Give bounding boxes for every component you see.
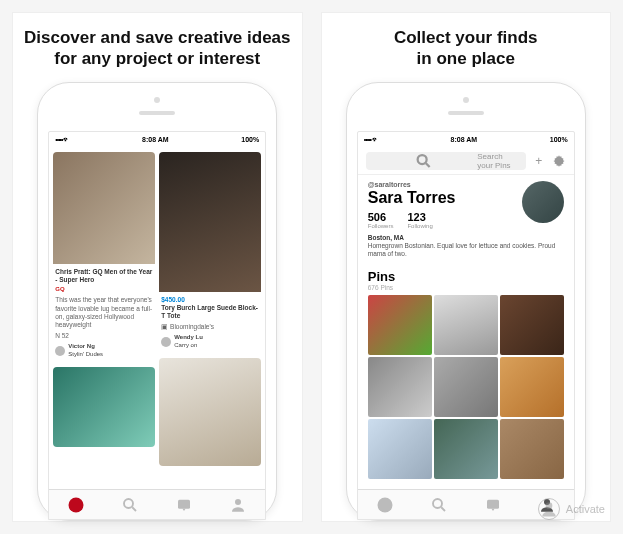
pin-thumbnail[interactable] (500, 295, 564, 355)
pinterest-icon (67, 496, 85, 514)
clock: 8:08 AM (142, 136, 169, 143)
promo-panel-discover: Discover and save creative ideas for any… (12, 12, 303, 522)
tab-notifications[interactable] (175, 496, 193, 514)
svg-point-1 (124, 499, 133, 508)
stat-following[interactable]: 123 Following (407, 211, 432, 229)
avatar (161, 337, 171, 347)
add-button[interactable]: + (532, 154, 546, 168)
tab-notifications[interactable] (484, 496, 502, 514)
pin-image (53, 152, 155, 264)
status-bar: ••••• ᯤ 8:08 AM 100% (49, 132, 265, 148)
tab-search[interactable] (430, 496, 448, 514)
search-icon (121, 496, 139, 514)
status-bar: ••••• ᯤ 8:08 AM 100% (358, 132, 574, 148)
pin-title: Chris Pratt: GQ Men of the Year - Super … (55, 268, 153, 285)
svg-line-2 (133, 507, 137, 511)
tab-home[interactable] (67, 496, 85, 514)
activate-watermark: Activate (538, 498, 605, 520)
phone-mockup: ••••• ᯤ 8:08 AM 100% Search your Pins + (346, 82, 586, 522)
profile-name: Sara Torres (368, 189, 514, 207)
tab-profile[interactable] (229, 496, 247, 514)
tab-bar (49, 489, 265, 519)
svg-point-0 (69, 497, 84, 512)
pin-card[interactable] (53, 367, 155, 447)
search-icon (372, 152, 475, 170)
signal-icon: ••••• ᯤ (364, 136, 378, 143)
pin-thumbnail[interactable] (368, 295, 432, 355)
pin-card[interactable] (159, 358, 261, 466)
section-title: Pins (368, 269, 564, 284)
headline: Discover and save creative ideas for any… (24, 27, 291, 70)
search-input[interactable]: Search your Pins (366, 152, 526, 170)
pin-store: ▣ Bloomingdale's (161, 323, 259, 331)
phone-mockup: ••••• ᯤ 8:08 AM 100% Chris Pratt: GQ Men… (37, 82, 277, 522)
promo-panel-collect: Collect your finds in one place ••••• ᯤ … (321, 12, 612, 522)
pin-thumbnail[interactable] (368, 357, 432, 417)
svg-point-9 (433, 499, 442, 508)
tab-search[interactable] (121, 496, 139, 514)
section-count: 676 Pins (368, 284, 564, 291)
pin-thumbnail[interactable] (500, 419, 564, 479)
svg-line-6 (426, 163, 430, 167)
pin-feed[interactable]: Chris Pratt: GQ Men of the Year - Super … (49, 148, 265, 470)
profile-avatar[interactable] (522, 181, 564, 223)
svg-point-4 (235, 499, 241, 505)
pinterest-icon (376, 496, 394, 514)
pin-image (159, 358, 261, 466)
svg-point-13 (546, 502, 553, 509)
svg-rect-3 (178, 499, 190, 508)
stat-followers[interactable]: 506 Followers (368, 211, 394, 229)
pin-description: This was the year that everyone's favori… (55, 296, 153, 330)
svg-point-8 (377, 497, 392, 512)
clock: 8:08 AM (451, 136, 478, 143)
search-icon (430, 496, 448, 514)
battery: 100% (550, 136, 568, 143)
svg-point-5 (417, 155, 426, 164)
pin-thumbnail[interactable] (434, 357, 498, 417)
chat-icon (484, 496, 502, 514)
pin-card[interactable]: $450.00 Tory Burch Large Suede Block-T T… (159, 152, 261, 354)
pin-title: Tory Burch Large Suede Block-T Tote (161, 304, 259, 321)
profile-pins-grid (368, 295, 564, 479)
pin-image (159, 152, 261, 292)
pin-likes: N 52 (55, 332, 153, 340)
headline: Collect your finds in one place (394, 27, 538, 70)
pin-thumbnail[interactable] (434, 419, 498, 479)
profile-handle: @saraltorres (368, 181, 514, 188)
avatar (55, 346, 65, 356)
plus-icon: + (535, 154, 542, 168)
settings-button[interactable] (552, 154, 566, 168)
svg-rect-11 (487, 499, 499, 508)
battery: 100% (241, 136, 259, 143)
tab-home[interactable] (376, 496, 394, 514)
pin-thumbnail[interactable] (500, 357, 564, 417)
pin-thumbnail[interactable] (434, 295, 498, 355)
pin-source-tag: GQ (55, 286, 153, 294)
person-icon (539, 499, 559, 519)
profile-bio: Boston, MA Homegrown Bostonian. Equal lo… (368, 234, 564, 259)
signal-icon: ••••• ᯤ (55, 136, 69, 143)
pin-thumbnail[interactable] (368, 419, 432, 479)
svg-line-10 (441, 507, 445, 511)
gear-icon (552, 154, 566, 168)
person-icon (229, 496, 247, 514)
pin-image (53, 367, 155, 447)
pin-card[interactable]: Chris Pratt: GQ Men of the Year - Super … (53, 152, 155, 363)
chat-icon (175, 496, 193, 514)
pin-price: $450.00 (161, 296, 259, 304)
